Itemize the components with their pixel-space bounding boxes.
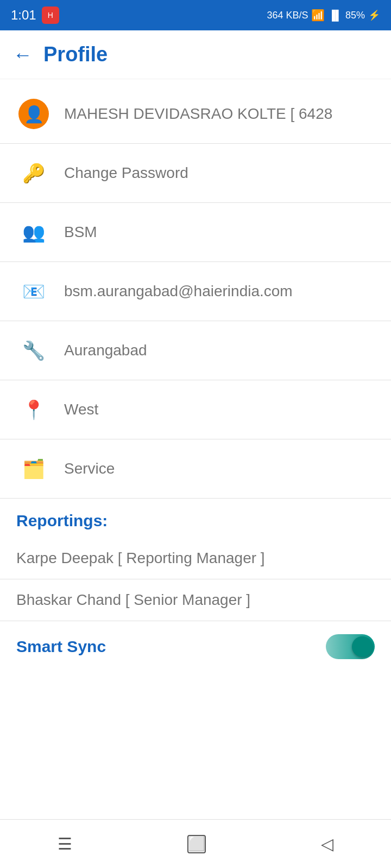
email-text: bsm.aurangabad@haierindia.com	[64, 283, 375, 300]
list-item-role: 👥 BSM	[0, 203, 391, 262]
toggle-thumb	[352, 636, 373, 657]
battery-icon: ⚡	[368, 9, 380, 21]
avatar-icon: 👤	[16, 97, 51, 131]
location-icon: 📍	[16, 392, 51, 427]
menu-nav-button[interactable]: ☰	[58, 834, 72, 853]
region-text: West	[64, 401, 375, 418]
smart-sync-row: Smart Sync	[0, 621, 391, 672]
status-bar-right: 364 KB/S 📶 ▐▌ 85% ⚡	[267, 9, 380, 22]
signal-icon: ▐▌	[328, 10, 342, 21]
smart-sync-label: Smart Sync	[16, 637, 106, 656]
list-item-branch: 🔧 Aurangabad	[0, 321, 391, 380]
list-item-department: 🗂️ Service	[0, 439, 391, 499]
home-nav-button[interactable]: ⬜	[187, 835, 206, 853]
role-text: BSM	[64, 224, 375, 241]
back-button[interactable]: ←	[13, 45, 33, 65]
header: ← Profile	[0, 30, 391, 79]
service-icon: 🗂️	[16, 451, 51, 486]
department-text: Service	[64, 460, 375, 477]
list-item-region: 📍 West	[0, 380, 391, 439]
user-name-text: MAHESH DEVIDASRAO KOLTE [ 6428	[64, 105, 375, 123]
reporting-item-1: Karpe Deepak [ Reporting Manager ]	[0, 538, 391, 579]
status-time: 1:01	[11, 8, 36, 23]
status-bar: 1:01 H 364 KB/S 📶 ▐▌ 85% ⚡	[0, 0, 391, 30]
email-icon: 📧	[16, 274, 51, 309]
avatar-circle: 👤	[18, 99, 49, 129]
branch-icon: 🔧	[16, 333, 51, 368]
list-item-email: 📧 bsm.aurangabad@haierindia.com	[0, 262, 391, 321]
toggle-track	[326, 634, 375, 659]
network-speed: 364 KB/S	[267, 10, 308, 21]
app-icon: H	[42, 7, 59, 24]
reportings-section-header: Reportings:	[0, 499, 391, 538]
status-bar-left: 1:01 H	[11, 7, 59, 24]
battery-level: 85%	[345, 10, 365, 21]
branch-text: Aurangabad	[64, 342, 375, 359]
nav-bar: ☰ ⬜ ◁	[0, 819, 391, 868]
bsm-icon: 👥	[16, 215, 51, 250]
change-password-text: Change Password	[64, 164, 375, 182]
back-nav-button[interactable]: ◁	[321, 834, 333, 853]
page-title: Profile	[43, 43, 108, 66]
list-item-user-name: 👤 MAHESH DEVIDASRAO KOLTE [ 6428	[0, 85, 391, 144]
profile-list: 👤 MAHESH DEVIDASRAO KOLTE [ 6428 🔑 Chang…	[0, 79, 391, 819]
wifi-icon: 📶	[311, 9, 325, 22]
key-icon: 🔑	[16, 156, 51, 190]
reporting-item-2: Bhaskar Chand [ Senior Manager ]	[0, 579, 391, 621]
smart-sync-toggle[interactable]	[326, 634, 375, 659]
list-item-change-password[interactable]: 🔑 Change Password	[0, 144, 391, 203]
